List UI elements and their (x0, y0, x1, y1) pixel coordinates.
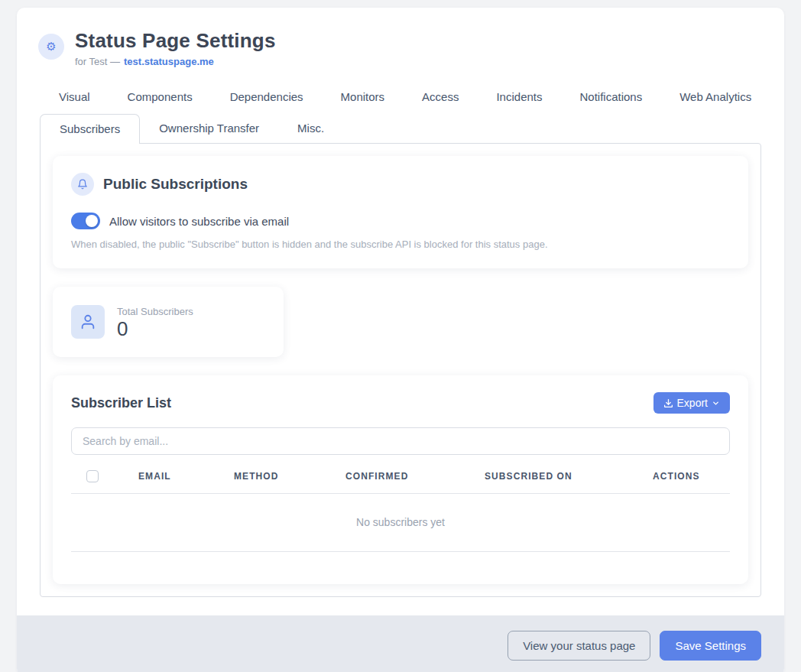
empty-state-message: No subscribers yet (71, 494, 730, 552)
column-header-method: METHOD (234, 471, 345, 482)
tab-misc[interactable]: Misc. (278, 114, 343, 143)
export-button[interactable]: Export (653, 392, 730, 414)
toggle-helper-text: When disabled, the public "Subscribe" bu… (71, 239, 730, 250)
export-label: Export (677, 397, 708, 409)
subscribers-tab-panel: Public Subscriptions Allow visitors to s… (40, 143, 761, 597)
page-subtitle: for Test — test.statuspage.me (75, 56, 276, 67)
public-subscriptions-title: Public Subscriptions (103, 176, 248, 193)
public-subscriptions-card: Public Subscriptions Allow visitors to s… (53, 156, 748, 268)
subscribe-toggle-row: Allow visitors to subscribe via email (71, 213, 730, 229)
public-subscriptions-header: Public Subscriptions (71, 173, 730, 196)
chevron-down-icon (712, 399, 720, 407)
select-all-cell (71, 470, 138, 482)
view-status-page-button[interactable]: View your status page (508, 631, 650, 661)
tab-visual[interactable]: Visual (59, 87, 90, 106)
page-header: ⚙ Status Page Settings for Test — test.s… (17, 8, 784, 87)
column-header-subscribed-on: SUBSCRIBED ON (485, 471, 653, 482)
tab-dependencies[interactable]: Dependencies (230, 87, 303, 106)
gear-icon: ⚙ (38, 34, 64, 60)
toggle-label: Allow visitors to subscribe via email (109, 215, 289, 228)
subscriber-list-card: Subscriber List Export (53, 375, 748, 584)
status-page-link[interactable]: test.statuspage.me (124, 56, 214, 67)
tabs-row-2: Subscribers Ownership Transfer Misc. (40, 114, 761, 143)
bell-icon (71, 173, 94, 196)
subscriber-list-header: Subscriber List Export (71, 392, 730, 414)
total-subscribers-text: Total Subscribers 0 (117, 306, 193, 339)
tab-web-analytics[interactable]: Web Analytics (679, 87, 751, 106)
page-title: Status Page Settings (75, 29, 276, 53)
page-header-text: Status Page Settings for Test — test.sta… (75, 29, 276, 67)
subscriber-list-title: Subscriber List (71, 395, 171, 411)
status-page-settings-card: ⚙ Status Page Settings for Test — test.s… (17, 8, 784, 672)
tab-notifications[interactable]: Notifications (580, 87, 643, 106)
subtitle-prefix: for Test — (75, 56, 120, 67)
tab-ownership-transfer[interactable]: Ownership Transfer (140, 114, 278, 143)
table-bottom-spacer (71, 552, 730, 569)
tab-subscribers[interactable]: Subscribers (40, 114, 140, 144)
total-subscribers-label: Total Subscribers (117, 306, 193, 317)
subscriber-table-header: EMAIL METHOD CONFIRMED SUBSCRIBED ON ACT… (71, 470, 730, 494)
person-icon (71, 305, 105, 339)
tab-components[interactable]: Components (128, 87, 193, 106)
select-all-checkbox[interactable] (86, 470, 99, 482)
total-subscribers-value: 0 (117, 319, 193, 339)
column-header-actions: ACTIONS (653, 471, 730, 482)
allow-subscribe-toggle[interactable] (71, 213, 100, 229)
tab-access[interactable]: Access (422, 87, 459, 106)
save-settings-button[interactable]: Save Settings (660, 631, 761, 661)
tab-monitors[interactable]: Monitors (341, 87, 385, 106)
toggle-knob (86, 215, 98, 227)
column-header-email: EMAIL (138, 471, 234, 482)
tabs-row-1: Visual Components Dependencies Monitors … (40, 87, 761, 106)
total-subscribers-card: Total Subscribers 0 (53, 287, 284, 357)
settings-footer: View your status page Save Settings (17, 615, 784, 672)
column-header-confirmed: CONFIRMED (345, 471, 485, 482)
search-input[interactable] (71, 427, 730, 455)
tab-incidents[interactable]: Incidents (496, 87, 542, 106)
download-icon (663, 398, 673, 408)
